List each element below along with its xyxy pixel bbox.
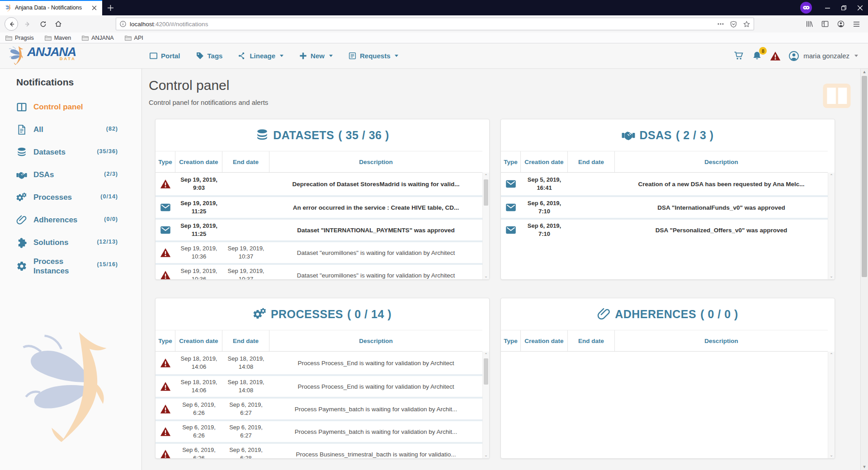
- browser-toolbar: localhost:4200/#/notifications: [0, 15, 868, 33]
- alerts-warning-icon[interactable]: [770, 51, 781, 61]
- pocket-shield-icon[interactable]: [730, 21, 737, 28]
- bookmark-api[interactable]: API: [125, 35, 143, 41]
- notification-row[interactable]: Sep 6, 2019, 6:26 Sep 6, 2019, 6:27 Proc…: [156, 419, 482, 442]
- sidebar-item-process-instances[interactable]: Process Instances(15/16): [0, 254, 142, 279]
- end-date: Sep 19, 2019, 10:37: [222, 267, 269, 280]
- scroll-down-icon[interactable]: ⌄: [483, 273, 489, 279]
- page-actions-icon[interactable]: [717, 23, 724, 25]
- scroll-up-icon[interactable]: ⌃: [483, 173, 489, 179]
- forward-button[interactable]: [21, 17, 34, 31]
- item-count: (0/14): [100, 193, 118, 200]
- notification-row[interactable]: Sep 6, 2019, 6:26 Sep 6, 2019, 6:28 Proc…: [156, 442, 482, 459]
- card-scrollbar[interactable]: ⌃ ⌄: [482, 352, 489, 458]
- nav-new[interactable]: New: [299, 52, 333, 60]
- page-title: Control panel: [149, 78, 229, 93]
- card-scrollbar-thumb[interactable]: [484, 358, 488, 385]
- creation-date: Sep 18, 2019, 14:06: [175, 355, 222, 371]
- paperclip-icon: [597, 307, 611, 321]
- cart-icon[interactable]: [734, 51, 744, 61]
- home-button[interactable]: [52, 17, 65, 31]
- bookmark-star-icon[interactable]: [743, 21, 750, 28]
- sidebar-item-adherences[interactable]: Adherences(0/0): [0, 209, 142, 231]
- app-header: ANJANA DATA PortalTagsLineageNewRequests…: [0, 43, 868, 69]
- scroll-down-icon[interactable]: ⌄: [828, 452, 835, 458]
- back-button[interactable]: [5, 17, 18, 31]
- nav-portal[interactable]: Portal: [149, 52, 180, 60]
- scroll-down-icon[interactable]: ▼: [861, 464, 868, 470]
- card-scrollbar-thumb[interactable]: [484, 179, 488, 206]
- scroll-up-icon[interactable]: ⌃: [828, 173, 835, 179]
- scroll-up-icon[interactable]: ▲: [861, 69, 868, 75]
- end-date: Sep 6, 2019, 6:28: [222, 446, 269, 459]
- notification-row[interactable]: Sep 19, 2019, 9:03 Deprecation of Datase…: [156, 173, 482, 195]
- notification-row[interactable]: Sep 6, 2019, 6:26 Sep 6, 2019, 6:27 Proc…: [156, 397, 482, 419]
- creation-date: Sep 6, 2019, 6:26: [175, 446, 222, 459]
- bookmark-maven[interactable]: Maven: [45, 35, 71, 41]
- envelope-icon: [505, 202, 516, 212]
- warning-icon: [160, 381, 171, 391]
- browser-tab[interactable]: Anjana Data - Notifications: [0, 0, 102, 15]
- notification-description: Process Process_End is waiting for valid…: [269, 360, 482, 367]
- card-datasets: DATASETS ( 35 / 36 ) Type Creation date …: [155, 119, 490, 280]
- site-info-icon[interactable]: [120, 21, 126, 27]
- anjana-logo[interactable]: ANJANA DATA: [7, 46, 76, 66]
- nav-tags[interactable]: Tags: [196, 52, 223, 60]
- scroll-down-icon[interactable]: ⌄: [828, 273, 835, 279]
- tab-bar: Anjana Data - Notifications: [0, 0, 868, 15]
- notification-row[interactable]: Sep 6, 2019, 7:10 DSA "Personalized_Offe…: [501, 218, 828, 240]
- scroll-down-icon[interactable]: ⌄: [483, 452, 489, 458]
- requests-icon: [348, 52, 357, 60]
- item-count: (12/13): [97, 239, 118, 245]
- new-tab-button[interactable]: [102, 0, 118, 15]
- sidebar-item-datasets[interactable]: Datasets(35/36): [0, 141, 142, 164]
- scroll-up-icon[interactable]: ⌃: [483, 352, 489, 357]
- page-scrollbar-thumb[interactable]: [862, 76, 867, 277]
- notification-row[interactable]: Sep 6, 2019, 7:10 DSA "InternationalFund…: [501, 195, 828, 218]
- reload-button[interactable]: [36, 17, 50, 31]
- notification-row[interactable]: Sep 19, 2019, 10:36 Sep 19, 2019, 10:37 …: [156, 263, 482, 280]
- card-scrollbar[interactable]: ⌃ ⌄: [828, 173, 835, 279]
- notification-row[interactable]: Sep 18, 2019, 14:06 Sep 18, 2019, 14:08 …: [156, 352, 482, 374]
- page-scrollbar[interactable]: ▲ ▼: [860, 69, 868, 470]
- bookmark-pragsis[interactable]: Pragsis: [5, 35, 34, 41]
- end-date: Sep 19, 2019, 10:37: [222, 244, 269, 260]
- tab-close-icon[interactable]: [90, 5, 99, 11]
- card-count: ( 2 / 3 ): [676, 129, 714, 142]
- window-close-button[interactable]: [852, 0, 868, 15]
- sidebar-item-solutions[interactable]: Solutions(12/13): [0, 231, 142, 254]
- nav-requests[interactable]: Requests: [348, 52, 399, 60]
- notification-row[interactable]: Sep 19, 2019, 11:25 An error occurred in…: [156, 195, 482, 218]
- card-header: DSAS ( 2 / 3 ): [501, 119, 835, 151]
- library-icon[interactable]: [806, 20, 813, 28]
- nav-lineage[interactable]: Lineage: [238, 52, 283, 60]
- user-avatar-icon[interactable]: [788, 51, 799, 61]
- window-minimize-button[interactable]: [819, 0, 835, 15]
- notification-row[interactable]: Sep 19, 2019, 11:25 Dataset "INTERNATION…: [156, 218, 482, 240]
- sidebar-item-all[interactable]: All(82): [0, 118, 142, 141]
- notification-row[interactable]: Sep 5, 2019, 16:41 Creation of a new DSA…: [501, 173, 828, 195]
- bookmark-anjana[interactable]: ANJANA: [82, 35, 113, 41]
- sidebars-icon[interactable]: [821, 20, 829, 28]
- url-bar[interactable]: localhost:4200/#/notifications: [116, 18, 754, 30]
- scroll-up-icon[interactable]: ⌃: [828, 352, 835, 357]
- table-header: Type Creation date End date Description: [156, 151, 482, 173]
- menu-hamburger-icon[interactable]: [853, 21, 860, 27]
- url-text[interactable]: localhost:4200/#/notifications: [130, 21, 717, 28]
- card-scrollbar[interactable]: ⌃ ⌄: [828, 352, 835, 458]
- warning-icon: [160, 248, 171, 258]
- card-scrollbar[interactable]: ⌃ ⌄: [482, 173, 489, 279]
- handshake-icon: [622, 128, 635, 142]
- container-mask-icon[interactable]: [800, 2, 812, 14]
- card-count: ( 35 / 36 ): [338, 129, 389, 142]
- notifications-bell-icon[interactable]: 8: [752, 51, 762, 61]
- notification-row[interactable]: Sep 18, 2019, 14:06 Sep 18, 2019, 14:08 …: [156, 374, 482, 397]
- user-menu-caret-icon[interactable]: [854, 55, 858, 57]
- creation-date: Sep 6, 2019, 6:26: [175, 423, 222, 439]
- page-subtitle: Control panel for notifications and aler…: [149, 99, 268, 106]
- sidebar-item-control-panel[interactable]: Control panel: [0, 96, 142, 118]
- sidebar-item-processes[interactable]: Processes(0/14): [0, 186, 142, 209]
- account-icon[interactable]: [837, 20, 844, 28]
- sidebar-item-dsas[interactable]: DSAs(2/3): [0, 164, 142, 186]
- window-restore-button[interactable]: [835, 0, 852, 15]
- notification-row[interactable]: Sep 19, 2019, 10:36 Sep 19, 2019, 10:37 …: [156, 240, 482, 263]
